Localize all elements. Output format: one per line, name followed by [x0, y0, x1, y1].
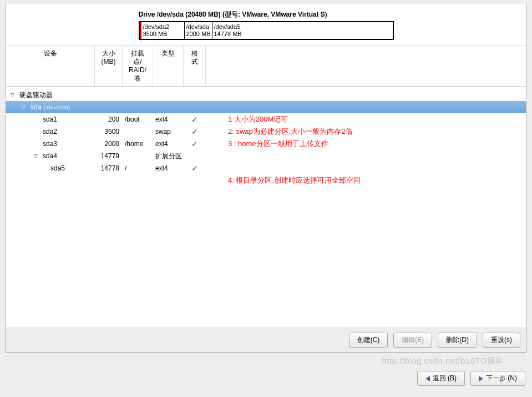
table-row[interactable]: sda23500swap✓2: swap为必建分区,大小一般为内存2倍 [6, 125, 526, 138]
nav-button-row: 返回 (B) 下一步 (N) [417, 371, 525, 386]
watermark-text: http://blog.csdn.net/b10TO博客 [382, 356, 504, 366]
next-button[interactable]: 下一步 (N) [470, 371, 525, 386]
tree-disk-sda[interactable]: ▽ sda (/dev/sda) [6, 101, 526, 113]
drive-header: Drive /dev/sda (20480 MB) (型号: VMware, V… [6, 3, 526, 46]
chevron-down-icon[interactable]: ▽ [22, 104, 28, 110]
table-row[interactable]: sda1200/bootext4✓1 大小为200M记可 [6, 113, 526, 125]
partition-diagram: /dev/sda2 3500 MB /dev/sda 2000 MB /dev/… [139, 21, 394, 40]
diagram-seg-sda5[interactable]: /dev/sda5 14778 MB [212, 22, 393, 39]
reset-button[interactable]: 重设(s) [483, 333, 520, 348]
edit-button: 编辑(E) [393, 333, 432, 348]
checkmark-icon: ✓ [184, 139, 206, 148]
action-button-row: 创建(C) 编辑(E) 删除(D) 重设(s) [6, 328, 526, 352]
annotation-text: 3 : home分区一般用于上传文件 [206, 139, 526, 149]
annotation-text: 1 大小为200M记可 [206, 114, 526, 124]
col-device[interactable]: 设备 [6, 46, 95, 86]
create-button[interactable]: 创建(C) [349, 333, 388, 348]
partition-tree[interactable]: ▽ 硬盘驱动器 ▽ sda (/dev/sda) sda1200/bootext… [6, 87, 526, 328]
table-row[interactable]: ▽sda414779扩展分区 [6, 150, 526, 162]
chevron-down-icon[interactable]: ▽ [34, 153, 40, 159]
col-type[interactable]: 类型 [153, 46, 184, 86]
tree-group-hdd[interactable]: ▽ 硬盘驱动器 [6, 89, 526, 101]
delete-button[interactable]: 删除(D) [438, 333, 477, 348]
partitioner-panel: Drive /dev/sda (20480 MB) (型号: VMware, V… [6, 3, 526, 353]
table-header-row: 设备 大小 (MB) 挂载点/ RAID/卷 类型 格式 [6, 46, 526, 87]
checkmark-icon: ✓ [184, 115, 206, 124]
annotation-row: 4: 根目录分区,创建时应选择可用全部空间 [6, 174, 526, 187]
checkmark-icon: ✓ [184, 164, 206, 173]
table-row[interactable]: sda514778/ext4✓ [6, 162, 526, 174]
arrow-left-icon [425, 376, 430, 381]
chevron-down-icon[interactable]: ▽ [11, 92, 17, 98]
back-button[interactable]: 返回 (B) [417, 371, 465, 386]
diagram-seg-sda3[interactable]: /dev/sda 2000 MB [184, 22, 212, 39]
annotation-text: 2: swap为必建分区,大小一般为内存2倍 [206, 127, 526, 137]
col-format[interactable]: 格式 [184, 46, 206, 86]
diagram-seg-sda2[interactable]: /dev/sda2 3500 MB [140, 22, 184, 39]
col-mount[interactable]: 挂载点/ RAID/卷 [123, 46, 153, 86]
arrow-right-icon [479, 376, 483, 381]
table-row[interactable]: sda32000/homeext4✓3 : home分区一般用于上传文件 [6, 138, 526, 150]
checkmark-icon: ✓ [184, 127, 206, 136]
col-size[interactable]: 大小 (MB) [95, 46, 123, 86]
drive-title-label: Drive /dev/sda (20480 MB) (型号: VMware, V… [139, 10, 394, 21]
